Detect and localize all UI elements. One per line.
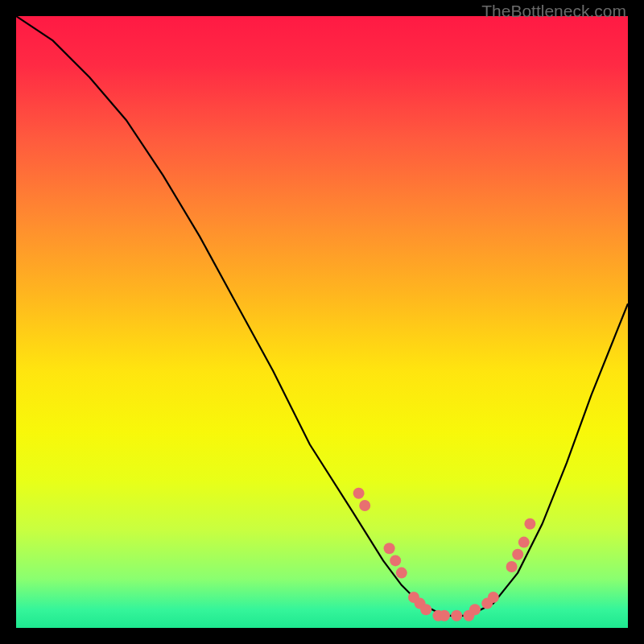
- data-point: [390, 555, 401, 566]
- bottleneck-curve: [16, 16, 628, 616]
- chart-frame: [16, 16, 628, 628]
- data-point: [512, 549, 523, 560]
- data-point: [396, 568, 407, 579]
- data-point: [518, 537, 530, 548]
- scatter-points: [353, 488, 536, 621]
- data-point: [359, 500, 370, 511]
- data-point: [488, 592, 499, 603]
- data-point: [420, 604, 431, 615]
- data-point: [451, 610, 462, 621]
- curve-line: [16, 16, 628, 616]
- data-point: [384, 543, 395, 554]
- plot-area: [16, 16, 628, 628]
- chart-svg: [16, 16, 628, 628]
- data-point: [469, 604, 481, 615]
- data-point: [439, 610, 450, 621]
- data-point: [524, 518, 535, 530]
- data-point: [506, 561, 518, 572]
- watermark-text: TheBottleneck.com: [481, 2, 626, 21]
- data-point: [353, 488, 365, 499]
